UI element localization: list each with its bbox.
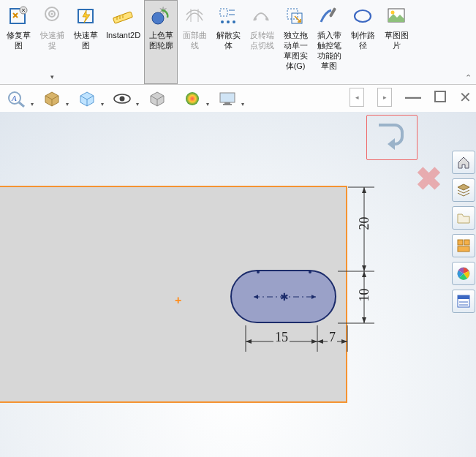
instant2d-label: Instant2D bbox=[106, 30, 140, 40]
dissolve-entity-button[interactable]: 解散实 体 bbox=[211, 0, 245, 84]
mesh-icon bbox=[181, 4, 208, 29]
ribbon-toolbar: 修复草 图 快速捕 捉 ▾ 快速草 图 bbox=[0, 0, 476, 85]
page-next-icon[interactable]: ▸ bbox=[377, 88, 392, 107]
chevron-down-icon: ▾ bbox=[206, 101, 209, 107]
maximize-icon[interactable] bbox=[434, 91, 446, 104]
shaded-contour-icon bbox=[148, 4, 174, 29]
svg-point-32 bbox=[186, 92, 199, 105]
stack-icon[interactable] bbox=[452, 178, 475, 202]
svg-point-26 bbox=[391, 11, 395, 15]
magnify-a-icon[interactable]: A ▾ bbox=[4, 88, 29, 109]
svg-rect-33 bbox=[220, 93, 235, 102]
shaded-contour-label: 上色草 图轮廓 bbox=[149, 30, 173, 50]
chevron-down-icon: ▾ bbox=[136, 101, 139, 107]
dimension-value-20[interactable]: 20 bbox=[357, 216, 372, 232]
quick-snap-button[interactable]: 快速捕 捉 ▾ bbox=[35, 0, 69, 84]
svg-point-31 bbox=[120, 97, 125, 102]
repair-icon bbox=[5, 4, 31, 29]
dimension-value-15[interactable]: 15 bbox=[273, 330, 290, 345]
svg-point-16 bbox=[221, 20, 224, 23]
graphics-canvas[interactable]: ✖ + ✱ bbox=[0, 112, 476, 457]
list-detail-icon[interactable] bbox=[452, 290, 475, 313]
svg-rect-52 bbox=[464, 240, 469, 245]
stylus-icon bbox=[316, 4, 342, 29]
svg-text:✱: ✱ bbox=[280, 291, 289, 303]
svg-rect-35 bbox=[223, 104, 232, 105]
face-curve-button: 面部曲 线 bbox=[178, 0, 211, 84]
quick-snap-label: 快速捕 捉 bbox=[40, 30, 64, 50]
sketch-overlay: ✱ bbox=[0, 112, 446, 457]
make-path-button[interactable]: 制作路 径 bbox=[346, 0, 379, 84]
svg-rect-53 bbox=[458, 246, 469, 252]
svg-point-17 bbox=[227, 20, 230, 23]
quick-sketch-label: 快速草 图 bbox=[74, 30, 98, 50]
dissolve-label: 解散实 体 bbox=[216, 30, 241, 50]
dimension-value-7[interactable]: 7 bbox=[328, 330, 337, 345]
sketch-picture-label: 草图图 片 bbox=[385, 30, 409, 50]
target-icon bbox=[39, 4, 65, 29]
svg-point-19 bbox=[254, 18, 257, 20]
folder-icon[interactable] bbox=[452, 206, 475, 230]
box-icon[interactable]: ▾ bbox=[39, 88, 64, 109]
svg-rect-36 bbox=[435, 91, 445, 102]
path-icon bbox=[350, 4, 376, 29]
home-icon[interactable] bbox=[452, 151, 475, 174]
face-curve-label: 面部曲 线 bbox=[183, 30, 207, 50]
instant2d-button[interactable]: Instant2D bbox=[102, 0, 144, 84]
svg-line-28 bbox=[19, 102, 24, 107]
chevron-down-icon: ▾ bbox=[66, 101, 69, 107]
panels-icon[interactable] bbox=[452, 234, 475, 257]
minimize-icon[interactable]: — bbox=[405, 88, 421, 107]
grey-box-icon[interactable] bbox=[145, 88, 170, 109]
dissolve-icon bbox=[215, 4, 241, 29]
chevron-down-icon: ▾ bbox=[241, 101, 244, 107]
bolt-icon bbox=[72, 4, 99, 29]
right-sidebar bbox=[450, 151, 476, 313]
chevron-down-icon: ▾ bbox=[101, 101, 104, 107]
svg-point-20 bbox=[265, 18, 268, 20]
display-icon[interactable]: ▾ bbox=[215, 88, 240, 109]
svg-point-38 bbox=[257, 271, 260, 273]
chevron-down-icon: ▾ bbox=[36, 73, 68, 80]
picture-icon bbox=[383, 4, 409, 29]
svg-point-10 bbox=[152, 12, 164, 24]
appearance-icon[interactable]: ▾ bbox=[180, 88, 205, 109]
page-prev-icon[interactable]: ◂ bbox=[350, 88, 364, 107]
reverse-tangent-label: 反转端 点切线 bbox=[250, 30, 274, 50]
drag-one-icon bbox=[282, 4, 309, 29]
independent-drag-label: 独立拖 动单一 草图实 体(G) bbox=[284, 30, 308, 71]
chevron-down-icon: ▾ bbox=[31, 101, 34, 107]
ruler-icon bbox=[110, 4, 137, 29]
color-wheel-icon[interactable] bbox=[452, 262, 475, 285]
svg-point-18 bbox=[233, 20, 235, 23]
svg-rect-34 bbox=[224, 102, 230, 104]
svg-point-39 bbox=[309, 271, 311, 273]
reverse-tangent-button: 反转端 点切线 bbox=[245, 0, 279, 84]
svg-rect-23 bbox=[329, 7, 336, 18]
make-path-label: 制作路 径 bbox=[351, 30, 375, 50]
close-icon[interactable]: ✕ bbox=[459, 88, 472, 106]
quick-sketch-button[interactable]: 快速草 图 bbox=[69, 0, 102, 84]
dimension-value-10[interactable]: 10 bbox=[357, 287, 372, 303]
insert-stylus-sketch-button[interactable]: 插入带 触控笔 功能的 草图 bbox=[312, 0, 346, 84]
svg-point-24 bbox=[355, 10, 371, 22]
svg-rect-51 bbox=[458, 240, 463, 245]
svg-point-4 bbox=[51, 13, 53, 15]
independent-drag-button[interactable]: 独立拖 动单一 草图实 体(G) bbox=[279, 0, 312, 84]
shaded-sketch-contour-button[interactable]: 上色草 图轮廓 bbox=[144, 0, 178, 84]
repair-sketch-button[interactable]: 修复草 图 bbox=[1, 0, 35, 84]
insert-stylus-label: 插入带 触控笔 功能的 草图 bbox=[317, 30, 341, 71]
tangent-icon bbox=[249, 4, 275, 29]
eye-icon[interactable]: ▾ bbox=[110, 88, 135, 109]
ribbon-collapse-icon[interactable]: ⌃ bbox=[465, 73, 472, 83]
svg-text:A: A bbox=[11, 94, 17, 102]
transparent-box-icon[interactable]: ▾ bbox=[75, 88, 99, 109]
repair-sketch-label: 修复草 图 bbox=[7, 30, 31, 50]
svg-rect-13 bbox=[220, 9, 227, 16]
sketch-picture-button[interactable]: 草图图 片 bbox=[379, 0, 413, 84]
view-toolbar: A ▾ ▾ ▾ ▾ bbox=[0, 85, 476, 113]
svg-rect-56 bbox=[458, 295, 469, 299]
